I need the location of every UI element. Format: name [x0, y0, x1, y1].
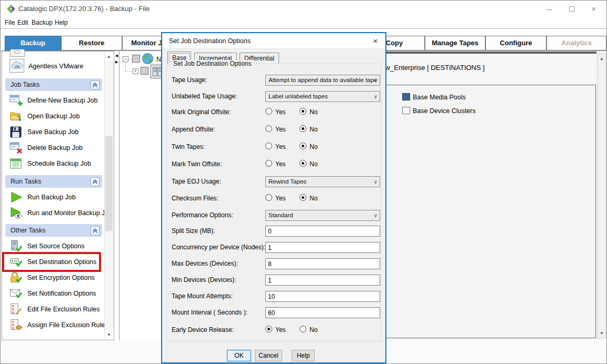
maximize-button[interactable] — [560, 1, 583, 17]
catalogic-logo-icon — [6, 4, 16, 16]
yes-radio[interactable] — [265, 194, 272, 201]
no-radio[interactable] — [300, 326, 306, 332]
list-item-base-device-clusters[interactable]: Base Device Clusters — [359, 107, 595, 116]
set-notification-options-icon — [9, 287, 23, 302]
sidebar-item-define-new-backup-job[interactable]: Define New Backup Job — [4, 93, 104, 108]
mount-interval-input[interactable] — [265, 307, 380, 318]
tab-analytics[interactable]: Analytics — [546, 36, 606, 50]
field-tape-usage: Tape Usage: Attempt to append data to av… — [167, 75, 380, 86]
no-radio[interactable] — [300, 143, 306, 149]
tree-collapse-icon[interactable]: − — [123, 56, 128, 62]
tab-restore[interactable]: Restore — [61, 36, 122, 50]
tab-configure[interactable]: Configure — [485, 36, 546, 50]
splitter-collapse-right-icon[interactable]: ▶ — [114, 60, 119, 64]
title-bar: Catalogic DPX(172.20.3.76) - Backup - Fi… — [1, 1, 606, 17]
svg-text:x: x — [12, 326, 14, 330]
sidebar-item-run-backup-job[interactable]: Run Backup Job — [4, 189, 104, 205]
tape-eoj-usage-select[interactable]: Rewind Tapes∨ — [265, 176, 380, 187]
device-cluster-icon — [402, 107, 410, 114]
menu-bar: File Edit Backup Help — [1, 17, 606, 29]
field-concurrency-per-device: Concurrency per Device (Nodes): — [167, 242, 380, 254]
dialog-close-icon[interactable]: × — [370, 33, 381, 49]
window-title: Catalogic DPX(172.20.3.76) - Backup - Fi… — [18, 1, 150, 17]
max-devices-input[interactable] — [265, 258, 380, 269]
dialog-title: Set Job Destination Options — [169, 33, 251, 49]
unlabeled-tape-usage-select[interactable]: Label unlabeled tapes∨ — [265, 91, 380, 102]
yes-radio[interactable] — [265, 143, 272, 149]
tab-backup[interactable]: Backup — [5, 36, 61, 50]
min-devices-input[interactable] — [265, 275, 380, 286]
pane-splitter[interactable]: ◀ ▶ — [114, 51, 119, 340]
scroll-up-icon[interactable]: ▲ — [598, 54, 606, 63]
splitter-collapse-left-icon[interactable]: ◀ — [114, 54, 119, 58]
concurrency-per-device-input[interactable] — [265, 242, 380, 253]
tree-root-checkbox[interactable] — [132, 55, 140, 63]
performance-options-select[interactable]: Standard∨ — [265, 210, 380, 221]
sidebar-item-set-notification-options[interactable]: Set Notification Options — [4, 286, 104, 301]
sidebar-item-set-encryption-options[interactable]: Set Encryption Options — [4, 270, 104, 286]
run-backup-job-icon — [9, 191, 23, 206]
menu-backup[interactable]: Backup — [29, 17, 55, 28]
cancel-button[interactable]: Cancel — [255, 350, 282, 361]
field-mark-original-offsite: Mark Original Offsite: Yes No — [167, 107, 380, 118]
annotation-highlight-box — [2, 252, 101, 272]
field-max-devices: Max Devices (Devices): — [167, 258, 380, 270]
scroll-down-icon[interactable]: ▼ — [105, 330, 113, 339]
minimize-button[interactable] — [537, 1, 560, 17]
field-min-devices: Min Devices (Devices): — [167, 275, 380, 286]
no-radio[interactable] — [300, 160, 306, 167]
collapse-section-icon[interactable] — [91, 226, 99, 237]
chevron-down-icon: ∨ — [374, 210, 377, 220]
section-job-tasks[interactable]: Job Tasks — [5, 78, 102, 91]
scroll-down-icon[interactable]: ▼ — [598, 329, 606, 338]
destinations-header: New_Enterprise [ DESTINATIONS ] — [376, 64, 485, 72]
svg-text:VM: VM — [15, 65, 20, 68]
sidebar-scrollbar[interactable]: ▲ ▼ — [104, 52, 113, 339]
collapse-section-icon[interactable] — [91, 177, 99, 188]
tree-expand-icon[interactable]: + — [133, 68, 138, 74]
sidebar-item-open-backup-job[interactable]: Open Backup Job — [4, 108, 104, 124]
yes-radio[interactable] — [265, 125, 272, 132]
scrollbar-thumb[interactable] — [105, 136, 113, 231]
tree-child-checkbox[interactable] — [141, 67, 148, 75]
section-other-tasks[interactable]: Other Tasks — [5, 224, 102, 237]
save-backup-job-icon — [9, 126, 23, 140]
tape-mount-attempts-input[interactable] — [265, 291, 380, 302]
tab-manage-tapes[interactable]: Manage Tapes — [425, 36, 485, 50]
sidebar-item-run-and-monitor-backup-job[interactable]: Run and Monitor Backup Job — [4, 205, 104, 221]
menu-help[interactable]: Help — [53, 17, 70, 28]
no-radio[interactable] — [300, 108, 306, 115]
sidebar-item-delete-backup-job[interactable]: Delete Backup Job — [4, 140, 104, 156]
destinations-list: Base Media Pools Base Device Clusters — [359, 85, 596, 338]
sidebar-item-schedule-backup-job[interactable]: Schedule Backup Job — [4, 156, 104, 171]
yes-radio[interactable] — [265, 108, 272, 115]
split-size-input[interactable] — [265, 226, 380, 237]
assign-file-exclusion-rule-icon: x x x — [9, 319, 23, 333]
sidebar-item-agentless-vmware[interactable]: VM Agentless VMware — [4, 58, 104, 75]
dialog-button-row: OK Cancel Help — [162, 350, 385, 362]
scroll-up-icon[interactable]: ▲ — [105, 52, 113, 61]
field-unlabeled-tape-usage: Unlabeled Tape Usage: Label unlabeled ta… — [167, 91, 380, 103]
schedule-backup-job-icon — [9, 157, 23, 172]
field-tape-mount-attempts: Tape Mount Attempts: — [167, 291, 380, 302]
sidebar-item-edit-file-exclusion-rules[interactable]: x x x Edit File Exclusion Rules — [4, 301, 104, 317]
tape-usage-select[interactable]: Attempt to append data to available tape… — [265, 75, 380, 86]
yes-radio[interactable] — [265, 160, 272, 167]
ok-button[interactable]: OK — [227, 350, 251, 361]
destinations-scrollbar[interactable]: ▲ ▼ — [597, 54, 606, 338]
chevron-down-icon: ∨ — [374, 75, 377, 85]
list-item-base-media-pools[interactable]: Base Media Pools — [359, 93, 595, 103]
yes-radio[interactable] — [265, 326, 272, 332]
sidebar-item-assign-file-exclusion-rule[interactable]: x x x Assign File Exclusion Rule — [4, 317, 104, 333]
sidebar-item-save-backup-job[interactable]: Save Backup Job — [4, 124, 104, 140]
section-run-tasks[interactable]: Run Tasks — [5, 175, 102, 188]
collapse-section-icon[interactable] — [91, 80, 99, 92]
group-box-title: Set Job Destination Options — [171, 60, 254, 67]
no-radio[interactable] — [300, 125, 306, 132]
help-button[interactable]: Help — [292, 350, 315, 361]
no-radio[interactable] — [300, 194, 306, 201]
dialog-title-bar: Set Job Destination Options × — [162, 33, 385, 49]
menu-edit[interactable]: Edit — [15, 17, 31, 28]
field-mount-interval: Mount Interval ( Seconds ): — [167, 307, 380, 319]
close-button[interactable]: × — [582, 1, 605, 17]
